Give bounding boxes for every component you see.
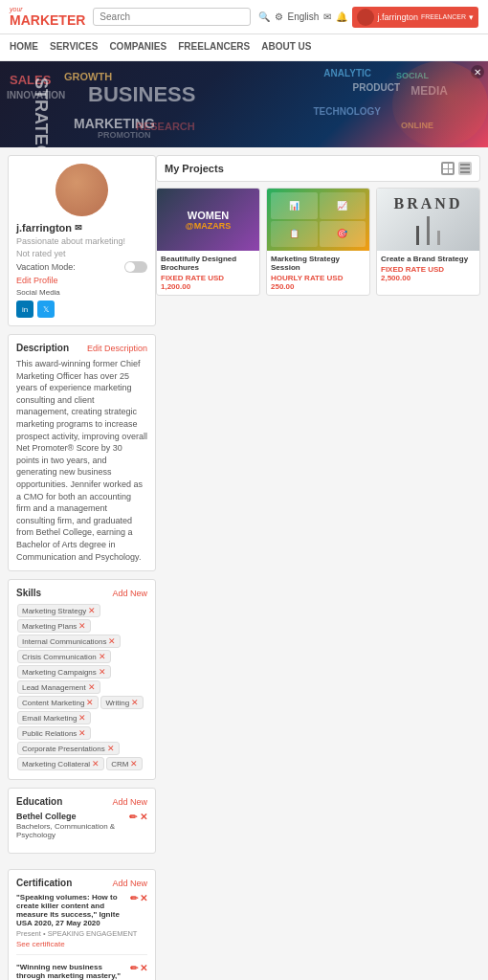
edit-cert-button[interactable]: ✏ (130, 963, 138, 980)
projects-grid: WOMEN @MAZARS Beautifully Designed Broch… (156, 188, 480, 296)
add-education-button[interactable]: Add New (112, 797, 147, 807)
cert-title: "Winning new business through marketing … (16, 963, 147, 980)
avatar (357, 9, 374, 26)
remove-skill-button[interactable]: ✕ (78, 728, 86, 738)
description-header: Description Edit Description (16, 343, 147, 353)
nav-home[interactable]: HOME (10, 34, 38, 60)
grid-view-button[interactable] (441, 162, 455, 175)
list-view-button[interactable] (458, 162, 472, 175)
project-name: Marketing Strategy Session (271, 255, 366, 272)
skill-tag: Marketing Collateral✕ (17, 757, 104, 770)
hero-word-business: BUSINESS (88, 82, 195, 107)
skill-tag: CRM✕ (106, 757, 143, 770)
delete-cert-button[interactable]: ✕ (140, 893, 147, 927)
edit-education-button[interactable]: ✏ (129, 812, 137, 822)
skill-tag: Corporate Presentations✕ (17, 742, 120, 755)
skill-tag: Internal Communications✕ (17, 635, 121, 648)
nav-services[interactable]: SERVICES (50, 34, 98, 60)
profile-name: j.farrington ✉ (16, 222, 147, 234)
hero-word-growth: GROWTH (64, 71, 112, 82)
remove-skill-button[interactable]: ✕ (131, 698, 139, 707)
vacation-toggle[interactable] (124, 261, 147, 273)
education-degree: Bachelors, Communication & Psychology (16, 822, 147, 839)
remove-skill-button[interactable]: ✕ (107, 744, 115, 753)
remove-skill-button[interactable]: ✕ (108, 636, 116, 646)
edit-cert-button[interactable]: ✏ (130, 893, 138, 927)
nav-companies[interactable]: COMPANIES (109, 34, 166, 60)
skills-title: Skills (16, 588, 41, 598)
project-card[interactable]: 📊 📈 📋 🎯 Marketing Strategy Session HOURL… (266, 188, 370, 296)
description-title: Description (16, 343, 69, 353)
certification-section: Certification Add New "Speaking volumes:… (8, 869, 156, 980)
cert-link[interactable]: See certificate (16, 940, 147, 948)
settings-icon[interactable]: ⚙ (275, 11, 283, 22)
add-certification-button[interactable]: Add New (112, 879, 147, 888)
mail-icon[interactable]: ✉ (323, 11, 331, 22)
project-card[interactable]: BRAND Create a Brand Strategy FIXED RATE… (376, 188, 480, 296)
user-menu[interactable]: j.farrington FREELANCER ▾ (352, 7, 478, 28)
remove-skill-button[interactable]: ✕ (99, 652, 106, 661)
search-icon[interactable]: 🔍 (258, 11, 270, 22)
project-price: FIXED RATE USD 1,200.00 (161, 274, 255, 291)
education-title: Education (16, 796, 62, 807)
toggle-dot (125, 262, 135, 272)
remove-skill-button[interactable]: ✕ (99, 667, 106, 677)
certification-item: "Speaking volumes: How to create killer … (16, 893, 147, 955)
remove-skill-button[interactable]: ✕ (92, 759, 100, 768)
remove-skill-button[interactable]: ✕ (130, 759, 138, 768)
education-actions: ✏ ✕ (129, 812, 147, 822)
envelope-icon[interactable]: ✉ (75, 223, 82, 233)
edit-description-button[interactable]: Edit Description (87, 344, 147, 353)
education-list: Bethel College ✏ ✕ Bachelors, Communicat… (16, 812, 147, 839)
delete-education-button[interactable]: ✕ (140, 812, 147, 822)
projects-title: My Projects (165, 163, 224, 174)
hero-word-product: PRODUCT (353, 82, 400, 93)
education-section: Education Add New Bethel College ✏ ✕ Bac… (8, 788, 156, 854)
hero-decoration (392, 61, 488, 147)
view-toggle (441, 162, 472, 175)
navigation: HOME SERVICES COMPANIES FREELANCERS ABOU… (0, 34, 488, 61)
right-content: My Projects WOMEN @MAZARS (156, 155, 480, 980)
projects-header: My Projects (156, 155, 480, 182)
nav-freelancers[interactable]: FREELANCERS (178, 34, 250, 60)
project-name: Create a Brand Strategy (381, 255, 476, 263)
skill-tag: Marketing Plans✕ (17, 619, 91, 633)
certification-header: Certification Add New (16, 878, 147, 888)
twitter-icon[interactable]: 𝕏 (37, 301, 55, 318)
main-content: j.farrington ✉ Passionate about marketin… (0, 147, 488, 980)
project-card[interactable]: WOMEN @MAZARS Beautifully Designed Broch… (156, 188, 260, 296)
nav-about[interactable]: ABOUT US (261, 34, 311, 60)
education-header: Education Add New (16, 796, 147, 807)
vacation-mode-row: Vacation Mode: (16, 261, 147, 273)
hero-word-technology: TECHNOLOGY (313, 106, 381, 117)
avatar (55, 164, 108, 216)
profile-tagline: Passionate about marketing! (16, 236, 147, 246)
skills-section: Skills Add New Marketing Strategy✕Market… (8, 579, 156, 780)
search-input[interactable] (93, 8, 250, 26)
remove-skill-button[interactable]: ✕ (88, 682, 96, 692)
skill-tag: Marketing Strategy✕ (17, 604, 100, 617)
delete-cert-button[interactable]: ✕ (140, 963, 147, 980)
logo-main: MARKETER (10, 12, 85, 28)
remove-skill-button[interactable]: ✕ (78, 621, 86, 631)
description-text: This award-winning former Chief Marketin… (16, 358, 147, 563)
vacation-label: Vacation Mode: (16, 262, 76, 272)
remove-skill-button[interactable]: ✕ (86, 698, 94, 707)
linkedin-icon[interactable]: in (16, 301, 33, 318)
edit-profile-link[interactable]: Edit Profile (16, 276, 147, 285)
description-section: Description Edit Description This award-… (8, 334, 156, 571)
cert-title: "Speaking volumes: How to create killer … (16, 893, 147, 927)
skill-tag: Crisis Communication✕ (17, 650, 111, 663)
certification-item: "Winning new business through marketing … (16, 963, 147, 980)
remove-skill-button[interactable]: ✕ (78, 713, 86, 723)
project-image: WOMEN @MAZARS (157, 189, 259, 251)
add-skill-button[interactable]: Add New (112, 589, 147, 598)
bell-icon[interactable]: 🔔 (336, 11, 347, 22)
header-icons: 🔍 ⚙ English ✉ 🔔 j.farrington FREELANCER … (258, 7, 478, 28)
skill-tag: Email Marketing✕ (17, 711, 91, 724)
language-label: English (288, 11, 320, 22)
certification-list: "Speaking volumes: How to create killer … (16, 893, 147, 980)
hero-banner: SALES INNOVATION STRATEGY GROWTH BUSINES… (0, 61, 488, 147)
project-image: BRAND (377, 189, 479, 251)
remove-skill-button[interactable]: ✕ (88, 606, 96, 615)
